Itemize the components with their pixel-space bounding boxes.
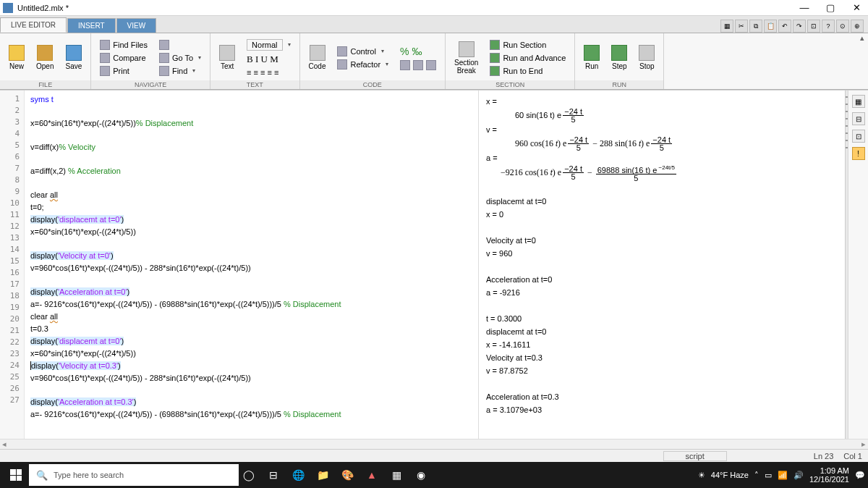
refactor-button[interactable]: Refactor bbox=[336, 59, 390, 70]
stop-button[interactable]: Stop bbox=[634, 43, 659, 72]
sound-icon[interactable]: 🔊 bbox=[793, 471, 804, 480]
taskbar: 🔍Type here to search ◯ ⊟ 🌐 📁 🎨 ▲ ▦ ◉ ☀ 4… bbox=[0, 462, 868, 488]
group-label: TEXT bbox=[210, 80, 299, 89]
app-icon[interactable]: 🎨 bbox=[337, 465, 357, 485]
save-button[interactable]: Save bbox=[61, 43, 86, 72]
out-line: v = 87.8752 bbox=[486, 364, 838, 377]
chrome-icon[interactable]: ◉ bbox=[411, 465, 431, 485]
quick-access: ▦ ✂ ⧉ 📋 ↶ ↷ ⊡ ? ⊙ ⊕ bbox=[716, 20, 868, 33]
statusbar: script Ln 23 Col 1 bbox=[0, 449, 868, 462]
out-v-val: 960 cos(16 t) e−24 t5 − 288 sin(16 t) e−… bbox=[486, 136, 838, 151]
ribbon: New Open Save FILE Find Files Compare Pr… bbox=[0, 33, 868, 90]
text-button[interactable]: Text bbox=[215, 43, 239, 72]
out-v: v = bbox=[486, 123, 838, 136]
new-button[interactable]: New bbox=[4, 43, 29, 72]
right-sidebar: ▦ ⊟ ⊡ ! bbox=[848, 91, 868, 439]
tab-insert[interactable]: INSERT bbox=[67, 18, 116, 33]
tray-chevron-icon: ˄ bbox=[754, 471, 759, 480]
titlebar: Untitled2.mlx * — ▢ ✕ bbox=[0, 0, 868, 16]
status-line: Ln 23 bbox=[814, 452, 834, 460]
section-break-button[interactable]: Section Break bbox=[450, 40, 482, 76]
output-pane[interactable]: x = 60 sin(16 t) e−24 t5 v = 960 cos(16 … bbox=[479, 91, 845, 439]
undo-icon[interactable]: ↶ bbox=[778, 20, 791, 33]
warning-icon[interactable]: ! bbox=[852, 147, 865, 160]
wifi-icon[interactable]: 📶 bbox=[778, 471, 788, 480]
out-a: a = bbox=[486, 151, 838, 164]
format-biun[interactable]: B I U M bbox=[245, 53, 292, 66]
explorer-icon[interactable]: 📁 bbox=[312, 465, 333, 485]
maximize-button[interactable]: ▢ bbox=[822, 2, 839, 13]
qa-icon[interactable]: ✂ bbox=[735, 20, 748, 33]
out-line: x = 0 bbox=[486, 208, 838, 221]
clock[interactable]: 1:09 AM12/16/2021 bbox=[809, 466, 849, 484]
find-button[interactable]: Find bbox=[158, 65, 203, 77]
h-scrollbar[interactable]: ◂▸ bbox=[0, 439, 868, 449]
qa-icon[interactable]: ▦ bbox=[720, 20, 733, 33]
sidebar-icon[interactable]: ⊡ bbox=[852, 130, 865, 143]
close-button[interactable]: ✕ bbox=[848, 2, 865, 13]
qa-icon[interactable]: ⊙ bbox=[836, 20, 849, 33]
weather-icon[interactable]: ☀ bbox=[698, 471, 705, 480]
control-button[interactable]: Control bbox=[336, 46, 390, 57]
code-pane[interactable]: syms t x=60*sin(16*t)*exp(-((24*t)/5))% … bbox=[25, 91, 479, 439]
battery-icon[interactable]: ▭ bbox=[765, 471, 772, 480]
run-button[interactable]: Run bbox=[579, 43, 604, 72]
out-line: t = 0.3000 bbox=[486, 312, 838, 325]
weather-text[interactable]: 44°F Haze bbox=[711, 471, 749, 479]
pct-icon[interactable]: % ‰ bbox=[399, 45, 438, 58]
system-tray: ☀ 44°F Haze ˄ ▭ 📶 🔊 1:09 AM12/16/2021 💬 bbox=[698, 466, 865, 484]
app-icon[interactable]: ▦ bbox=[386, 465, 407, 485]
out-line: Acceleration at t=0 bbox=[486, 273, 838, 286]
step-button[interactable]: Step bbox=[607, 43, 631, 72]
run-advance-button[interactable]: Run and Advance bbox=[488, 52, 567, 64]
minimize-button[interactable]: — bbox=[796, 2, 813, 13]
window-title: Untitled2.mlx * bbox=[17, 4, 796, 12]
compare-button[interactable]: Compare bbox=[98, 52, 149, 64]
sidebar-icon[interactable]: ▦ bbox=[852, 95, 865, 108]
group-label: SECTION bbox=[446, 80, 574, 89]
out-line: displacemt at t=0 bbox=[486, 325, 838, 338]
collapse-ribbon-icon[interactable]: ▴ bbox=[856, 33, 868, 89]
app-icon bbox=[3, 3, 13, 13]
qa-icon[interactable]: ⊡ bbox=[807, 20, 820, 33]
style-normal[interactable]: Normal bbox=[245, 38, 292, 51]
taskbar-search[interactable]: 🔍Type here to search bbox=[29, 464, 239, 486]
tab-live-editor[interactable]: LIVE EDITOR bbox=[0, 17, 67, 33]
out-line: v = 960 bbox=[486, 247, 838, 260]
run-end-button[interactable]: Run to End bbox=[488, 65, 567, 77]
qa-icon[interactable]: 📋 bbox=[764, 20, 777, 33]
task-view-icon[interactable]: ◯ bbox=[239, 465, 259, 485]
out-line: a = -9216 bbox=[486, 286, 838, 299]
qa-icon[interactable]: ⊕ bbox=[851, 20, 864, 33]
goto-button[interactable]: Go To bbox=[158, 52, 203, 64]
sidebar-icon[interactable]: ⊟ bbox=[852, 112, 865, 125]
tab-view[interactable]: VIEW bbox=[116, 18, 157, 33]
out-a-val: −9216 cos(16 t) e−24 t5 − 69888 sin(16 t… bbox=[486, 164, 838, 182]
cortana-icon[interactable]: ⊟ bbox=[263, 465, 284, 485]
help-icon[interactable]: ? bbox=[822, 20, 835, 33]
editor-area: 1234567891011121314151617181920212223242… bbox=[0, 90, 868, 439]
matlab-icon[interactable]: ▲ bbox=[362, 465, 382, 485]
nav-up[interactable] bbox=[158, 39, 203, 51]
open-button[interactable]: Open bbox=[32, 43, 58, 72]
start-button[interactable] bbox=[3, 464, 29, 486]
notifications-icon[interactable]: 💬 bbox=[855, 471, 865, 480]
out-line: Velocity at t=0 bbox=[486, 234, 838, 247]
out-line: Velocity at t=0.3 bbox=[486, 351, 838, 364]
line-gutter: 1234567891011121314151617181920212223242… bbox=[0, 91, 25, 439]
edge-icon[interactable]: 🌐 bbox=[288, 465, 308, 485]
out-line: x = -14.1611 bbox=[486, 338, 838, 351]
out-line: a = 3.1079e+03 bbox=[486, 403, 838, 416]
group-label: FILE bbox=[0, 80, 90, 89]
redo-icon[interactable]: ↷ bbox=[793, 20, 806, 33]
qa-icon[interactable]: ⧉ bbox=[749, 20, 762, 33]
run-section-button[interactable]: Run Section bbox=[488, 39, 567, 51]
code-button[interactable]: Code bbox=[305, 43, 331, 72]
group-label: RUN bbox=[575, 80, 663, 89]
status-col: Col 1 bbox=[843, 452, 862, 460]
find-files-button[interactable]: Find Files bbox=[98, 39, 149, 51]
indent-buttons[interactable] bbox=[399, 59, 438, 71]
out-x-val: 60 sin(16 t) e−24 t5 bbox=[486, 108, 838, 123]
align-buttons[interactable]: ≡ ≡ ≡ ≡ ≡ bbox=[245, 67, 292, 77]
print-button[interactable]: Print bbox=[98, 65, 149, 77]
